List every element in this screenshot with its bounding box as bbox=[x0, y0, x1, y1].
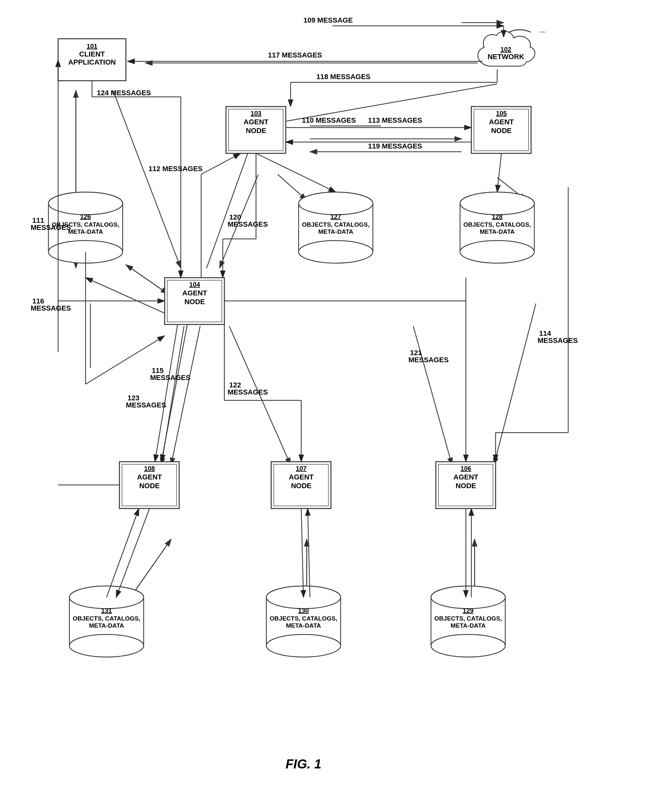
msg-113: 113 MESSAGES bbox=[368, 116, 422, 124]
svg-point-124 bbox=[431, 586, 505, 609]
msg-122-b: MESSAGES bbox=[227, 388, 268, 396]
svg-text:NODE: NODE bbox=[456, 482, 476, 490]
svg-text:129: 129 bbox=[463, 607, 473, 614]
svg-line-151 bbox=[497, 153, 501, 192]
svg-text:107: 107 bbox=[296, 465, 306, 472]
svg-point-88 bbox=[299, 192, 373, 215]
svg-text:128: 128 bbox=[492, 213, 502, 220]
svg-text:META-DATA: META-DATA bbox=[319, 228, 353, 235]
svg-text:NODE: NODE bbox=[291, 482, 312, 490]
svg-line-141 bbox=[201, 153, 241, 174]
svg-point-123 bbox=[431, 634, 505, 657]
svg-text:106: 106 bbox=[460, 465, 471, 472]
msg-110: 110 MESSAGES bbox=[302, 116, 356, 124]
msg-109: 109 MESSAGE bbox=[304, 16, 353, 24]
svg-text:104: 104 bbox=[189, 281, 200, 288]
svg-line-167 bbox=[301, 508, 304, 597]
svg-text:AGENT: AGENT bbox=[489, 118, 514, 126]
svg-text:NETWORK: NETWORK bbox=[488, 53, 524, 61]
svg-point-96 bbox=[460, 241, 534, 263]
svg-text:AGENT: AGENT bbox=[183, 289, 207, 297]
svg-text:AGENT: AGENT bbox=[289, 473, 314, 481]
svg-text:META-DATA: META-DATA bbox=[451, 622, 486, 629]
svg-line-150 bbox=[256, 153, 336, 192]
svg-text:102: 102 bbox=[500, 46, 511, 53]
svg-text:OBJECTS, CATALOGS,: OBJECTS, CATALOGS, bbox=[463, 221, 531, 228]
msg-119: 119 MESSAGES bbox=[368, 142, 422, 150]
svg-text:META-DATA: META-DATA bbox=[89, 622, 124, 629]
svg-text:AGENT: AGENT bbox=[137, 473, 163, 481]
svg-text:127: 127 bbox=[330, 213, 341, 220]
svg-text:NODE: NODE bbox=[246, 126, 266, 135]
svg-text:META-DATA: META-DATA bbox=[480, 228, 515, 235]
msg-111-b: MESSAGES bbox=[31, 223, 71, 231]
msg-114-b: MESSAGES bbox=[538, 336, 578, 344]
svg-text:103: 103 bbox=[251, 110, 261, 117]
svg-text:101: 101 bbox=[86, 43, 97, 50]
msg-124: 124 MESSAGES bbox=[97, 89, 151, 97]
msg-115-b: MESSAGES bbox=[150, 374, 191, 382]
svg-text:OBJECTS, CATALOGS,: OBJECTS, CATALOGS, bbox=[434, 615, 502, 622]
svg-text:OBJECTS, CATALOGS,: OBJECTS, CATALOGS, bbox=[302, 221, 369, 228]
svg-text:OBJECTS, CATALOGS,: OBJECTS, CATALOGS, bbox=[73, 615, 140, 622]
msg-120-b: MESSAGES bbox=[227, 220, 268, 228]
svg-text:NODE: NODE bbox=[184, 298, 205, 306]
msg-118: 118 MESSAGES bbox=[316, 73, 371, 81]
svg-text:AGENT: AGENT bbox=[454, 473, 479, 481]
svg-text:131: 131 bbox=[101, 607, 112, 614]
svg-text:META-DATA: META-DATA bbox=[68, 228, 103, 235]
svg-text:130: 130 bbox=[298, 607, 309, 614]
svg-line-165 bbox=[116, 508, 149, 597]
svg-point-87 bbox=[299, 241, 373, 263]
svg-text:108: 108 bbox=[144, 465, 154, 472]
svg-point-105 bbox=[70, 634, 144, 657]
msg-121-b: MESSAGES bbox=[408, 356, 449, 364]
svg-text:APPLICATION: APPLICATION bbox=[68, 58, 116, 66]
svg-text:OBJECTS, CATALOGS,: OBJECTS, CATALOGS, bbox=[270, 615, 337, 622]
svg-line-154 bbox=[86, 278, 165, 313]
msg-116-b: MESSAGES bbox=[31, 304, 71, 312]
fig-label: FIG. 1 bbox=[285, 757, 321, 771]
svg-text:AGENT: AGENT bbox=[244, 118, 269, 126]
svg-line-168 bbox=[308, 508, 310, 597]
msg-123-b: MESSAGES bbox=[126, 401, 166, 409]
svg-text:126: 126 bbox=[80, 213, 91, 220]
svg-text:NODE: NODE bbox=[139, 482, 160, 490]
svg-point-114 bbox=[266, 634, 340, 657]
svg-text:CLIENT: CLIENT bbox=[79, 50, 105, 58]
svg-point-97 bbox=[460, 192, 534, 215]
svg-text:105: 105 bbox=[496, 110, 506, 117]
svg-point-79 bbox=[48, 192, 123, 215]
svg-text:META-DATA: META-DATA bbox=[286, 622, 321, 629]
svg-text:NODE: NODE bbox=[491, 126, 512, 135]
msg-117: 117 MESSAGES bbox=[268, 51, 322, 59]
svg-line-166 bbox=[106, 508, 139, 597]
msg-112: 112 MESSAGES bbox=[149, 164, 203, 173]
